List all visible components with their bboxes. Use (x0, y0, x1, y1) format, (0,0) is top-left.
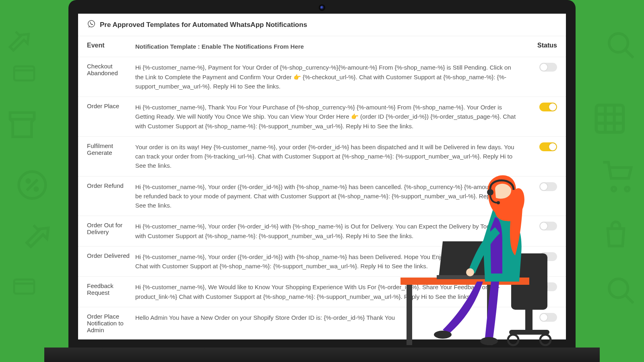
status-toggle[interactable] (539, 252, 557, 261)
laptop-frame: Pre Approved Templates for Automated Wha… (68, 0, 576, 362)
svg-line-10 (625, 49, 633, 58)
status-toggle[interactable] (539, 182, 557, 191)
svg-rect-7 (14, 280, 34, 294)
status-cell (529, 103, 557, 131)
screen: Pre Approved Templates for Automated Wha… (78, 14, 566, 339)
template-text: Hi {%-customer_name-%}, Thank You For Yo… (135, 103, 529, 131)
status-toggle[interactable] (539, 103, 557, 111)
webcam-icon (320, 6, 324, 10)
status-cell (529, 222, 557, 241)
status-cell (529, 252, 557, 271)
status-toggle[interactable] (539, 313, 557, 322)
template-text: Your order is on its way! Hey {%-custome… (135, 142, 529, 171)
status-toggle[interactable] (539, 282, 557, 291)
panel-title: Pre Approved Templates for Automated Wha… (100, 21, 307, 29)
event-name: Order Refund (87, 182, 135, 210)
table-row: Order PlaceHi {%-customer_name-%}, Thank… (78, 97, 566, 137)
svg-point-9 (609, 33, 628, 52)
templates-table: Event Notification Template : Enable The… (78, 36, 566, 339)
event-name: Feedback Request (87, 282, 135, 301)
event-name: Fulfilment Generate (87, 142, 135, 171)
status-cell (529, 182, 557, 210)
table-row: Order Place Notification to AdminHello A… (78, 307, 566, 339)
svg-point-5 (27, 180, 30, 183)
template-text: Hi {%-customer_name-%}, We Would like to… (135, 282, 529, 301)
svg-point-20 (88, 21, 95, 27)
table-row: Order DeliveredHi {%-customer_name-%}, Y… (78, 247, 566, 277)
template-text: Hi {%-customer_name-%}, Payment for Your… (135, 63, 529, 91)
template-text: Hi {%-customer_name-%}, Your order ({%-o… (135, 182, 529, 210)
template-text: Hello Admin You have a New Order on your… (135, 313, 529, 333)
laptop-base (44, 348, 600, 362)
svg-rect-11 (596, 105, 623, 132)
template-text: Hi {%-customer_name-%}, Your order ({%-o… (135, 252, 529, 271)
svg-point-17 (625, 187, 629, 191)
status-toggle[interactable] (539, 142, 557, 151)
table-row: Order Out for DeliveryHi {%-customer_nam… (78, 216, 566, 247)
event-name: Order Delivered (87, 252, 135, 271)
event-name: Order Out for Delivery (87, 222, 135, 241)
col-header-template: Notification Template : Enable The Notif… (135, 42, 529, 51)
svg-point-18 (609, 279, 628, 298)
col-header-event: Event (87, 42, 135, 51)
event-name: Order Place (87, 103, 135, 131)
whatsapp-icon (87, 19, 96, 30)
status-toggle[interactable] (539, 222, 557, 230)
svg-point-6 (35, 188, 38, 191)
status-cell (529, 142, 557, 171)
status-cell (529, 282, 557, 301)
svg-point-3 (19, 172, 46, 199)
status-toggle[interactable] (539, 63, 557, 72)
svg-line-4 (27, 180, 38, 191)
status-cell (529, 63, 557, 91)
laptop-bezel: Pre Approved Templates for Automated Wha… (68, 0, 576, 348)
table-row: Fulfilment GenerateYour order is on its … (78, 137, 566, 177)
svg-rect-0 (14, 66, 34, 80)
table-row: Checkout AbandonedHi {%-customer_name-%}… (78, 57, 566, 97)
svg-line-19 (625, 295, 633, 303)
event-name: Order Place Notification to Admin (87, 313, 135, 333)
table-header-row: Event Notification Template : Enable The… (78, 36, 566, 57)
status-cell (529, 313, 557, 333)
panel-header: Pre Approved Templates for Automated Wha… (78, 14, 566, 36)
table-row: Feedback RequestHi {%-customer_name-%}, … (78, 277, 566, 307)
svg-point-16 (612, 187, 616, 191)
template-text: Hi {%-customer_name-%}, Your order {%-or… (135, 222, 529, 241)
table-row: Order RefundHi {%-customer_name-%}, Your… (78, 177, 566, 216)
event-name: Checkout Abandoned (87, 63, 135, 91)
col-header-status: Status (529, 42, 557, 51)
